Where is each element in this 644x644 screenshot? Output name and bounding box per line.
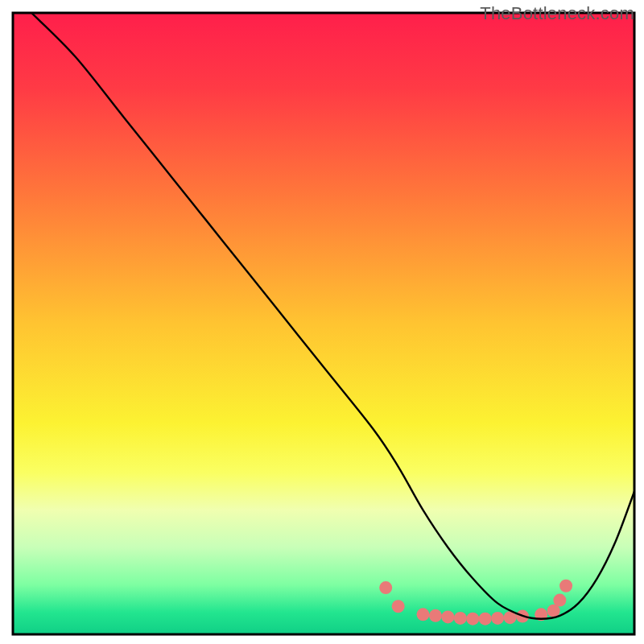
optimal-marker — [379, 581, 392, 594]
bottleneck-chart: TheBottleneck.com — [0, 0, 644, 644]
watermark-text: TheBottleneck.com — [480, 3, 634, 24]
optimal-marker — [559, 580, 572, 592]
optimal-marker — [441, 610, 454, 623]
optimal-marker — [479, 613, 492, 625]
optimal-marker — [491, 612, 504, 625]
optimal-marker — [392, 600, 405, 613]
chart-background — [13, 13, 634, 634]
optimal-marker — [417, 608, 430, 621]
optimal-marker — [454, 612, 467, 625]
optimal-marker — [553, 594, 566, 607]
chart-svg — [0, 0, 644, 644]
optimal-marker — [466, 613, 479, 625]
optimal-marker — [429, 609, 442, 622]
